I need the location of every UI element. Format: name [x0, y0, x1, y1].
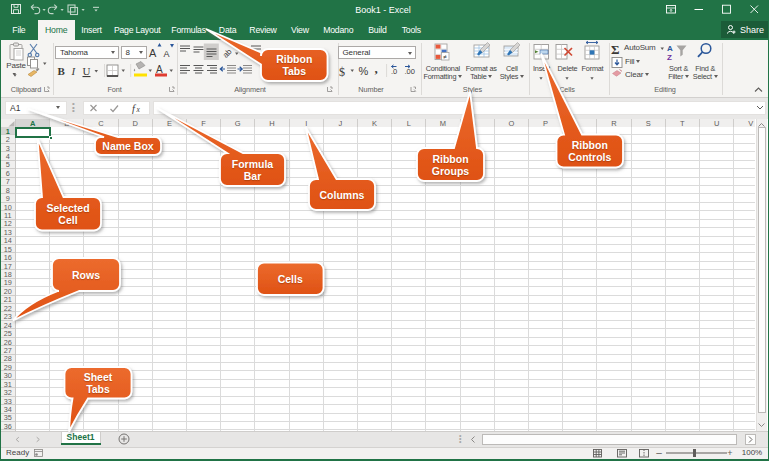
- svg-text:A: A: [667, 44, 673, 53]
- svg-text:Z: Z: [667, 53, 672, 62]
- svg-text:$: $: [339, 65, 345, 79]
- svg-text:U: U: [83, 65, 91, 77]
- svg-text:B: B: [58, 65, 66, 77]
- svg-text:x: x: [136, 105, 141, 114]
- svg-text:A: A: [149, 47, 157, 59]
- svg-text:A: A: [156, 64, 163, 75]
- svg-text:A: A: [164, 49, 170, 59]
- svg-text:%: %: [359, 65, 369, 77]
- svg-text:,: ,: [375, 61, 378, 76]
- svg-text:.00: .00: [405, 67, 415, 76]
- svg-text:.0: .0: [391, 67, 397, 76]
- svg-text:ab: ab: [221, 47, 234, 60]
- svg-text:≠: ≠: [443, 53, 447, 60]
- svg-text:Σ: Σ: [611, 42, 620, 57]
- svg-text:I: I: [71, 65, 77, 77]
